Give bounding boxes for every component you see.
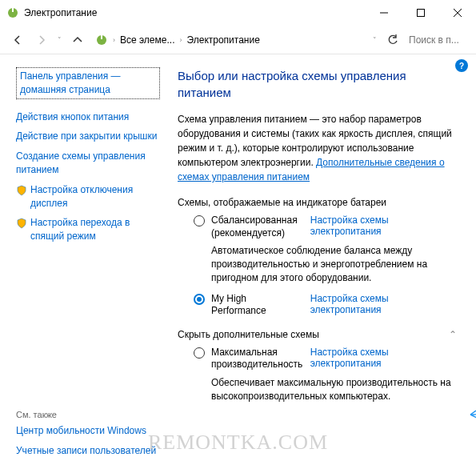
sidebar-link[interactable]: Действие при закрытии крышки	[16, 126, 160, 146]
recent-chevron-icon[interactable]: ˅	[54, 36, 65, 44]
plan-description: Обеспечивает максимальную производительн…	[194, 376, 457, 403]
shield-icon	[16, 218, 27, 229]
collapse-chevron-icon[interactable]: ⌃	[449, 329, 457, 340]
plan-description: Автоматическое соблюдение баланса между …	[194, 244, 457, 284]
sidebar: Панель управления — домашняя страница Де…	[0, 54, 168, 469]
plan-name[interactable]: Сбалансированная (рекомендуется)	[211, 214, 304, 239]
breadcrumb[interactable]: › Все элеме... › Электропитание	[90, 34, 368, 46]
battery-icon	[95, 34, 108, 46]
power-plan-ultimate: Максимальная производительность Настройк…	[178, 347, 457, 403]
sidebar-bottom-link[interactable]: Учетные записи пользователей	[16, 441, 160, 461]
window-title: Электропитание	[24, 7, 366, 18]
svg-rect-7	[101, 35, 102, 39]
plan-name[interactable]: My High Performance	[211, 293, 304, 318]
title-bar: Электропитание	[0, 0, 476, 26]
plan-settings-link[interactable]: Настройка схемы электропитания	[310, 214, 457, 237]
page-title: Выбор или настройка схемы управления пит…	[178, 67, 457, 101]
plan-settings-link[interactable]: Настройка схемы электропитания	[310, 347, 457, 369]
annotation-arrow-icon	[464, 391, 476, 423]
power-plan-balanced: Сбалансированная (рекомендуется) Настрой…	[178, 214, 457, 285]
app-icon	[6, 6, 19, 19]
sidebar-link[interactable]: Действия кнопок питания	[16, 107, 160, 127]
plan-radio-selected[interactable]	[194, 294, 205, 305]
minimize-button[interactable]	[366, 0, 402, 26]
close-button[interactable]	[439, 0, 476, 26]
hide-additional-label[interactable]: Скрыть дополнительные схемы	[178, 329, 319, 340]
control-panel-home-link[interactable]: Панель управления — домашняя страница	[16, 67, 160, 99]
sidebar-bottom-link[interactable]: Центр мобильности Windows	[16, 421, 160, 441]
page-description: Схема управления питанием — это набор па…	[178, 112, 457, 184]
help-icon[interactable]: ?	[455, 59, 468, 72]
sidebar-link[interactable]: Создание схемы управления питанием	[16, 146, 160, 180]
plan-radio[interactable]	[194, 215, 205, 226]
search-input[interactable]	[406, 33, 470, 47]
crumb-all[interactable]: Все элеме...	[120, 34, 174, 46]
shield-icon	[16, 185, 27, 196]
plan-radio[interactable]	[194, 347, 205, 359]
sidebar-link[interactable]: Настройка перехода в спящий режим	[30, 216, 160, 243]
crumb-chevron-icon[interactable]: ˅	[370, 36, 380, 44]
up-button[interactable]	[66, 29, 89, 51]
refresh-button[interactable]	[382, 29, 404, 51]
nav-bar: ˅ › Все элеме... › Электропитание ˅	[0, 26, 476, 54]
main-panel: ? Выбор или настройка схемы управления п…	[168, 54, 476, 469]
svg-rect-3	[418, 10, 425, 17]
plan-name[interactable]: Максимальная производительность	[211, 347, 304, 371]
plan-settings-link[interactable]: Настройка схемы электропитания	[310, 293, 457, 315]
back-button[interactable]	[6, 29, 29, 51]
forward-button[interactable]	[30, 29, 53, 51]
maximize-button[interactable]	[402, 0, 439, 26]
chevron-right-icon: ›	[179, 36, 182, 44]
battery-section-label: Схемы, отображаемые на индикаторе батаре…	[178, 197, 457, 208]
crumb-power[interactable]: Электропитание	[186, 34, 259, 46]
see-also-label: См. также	[16, 405, 160, 421]
power-plan-myhigh: My High Performance Настройка схемы элек…	[178, 293, 457, 318]
sidebar-link[interactable]: Настройка отключения дисплея	[30, 183, 160, 210]
svg-rect-1	[12, 8, 14, 12]
chevron-right-icon: ›	[113, 36, 115, 44]
